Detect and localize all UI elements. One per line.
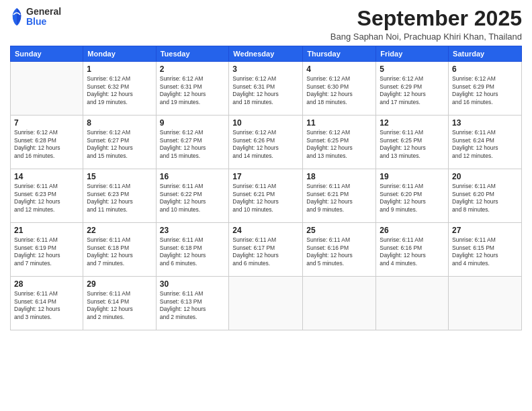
day-number: 18 — [306, 172, 372, 181]
logo-general: General — [26, 7, 61, 17]
day-number: 1 — [87, 64, 152, 74]
day-number: 17 — [232, 172, 299, 181]
day-info: Sunrise: 6:11 AMSunset: 6:17 PMDaylight:… — [232, 236, 299, 267]
day-number: 4 — [306, 64, 372, 74]
day-info: Sunrise: 6:12 AMSunset: 6:26 PMDaylight:… — [232, 129, 299, 160]
day-number: 19 — [380, 172, 445, 181]
day-number: 11 — [306, 118, 372, 128]
day-info: Sunrise: 6:11 AMSunset: 6:14 PMDaylight:… — [14, 290, 79, 321]
day-number: 23 — [160, 226, 226, 235]
col-tuesday: Tuesday — [156, 46, 229, 62]
calendar-cell: 9Sunrise: 6:12 AMSunset: 6:27 PMDaylight… — [156, 116, 229, 169]
logo-blue: Blue — [26, 17, 61, 27]
calendar-week-row-2: 7Sunrise: 6:12 AMSunset: 6:28 PMDaylight… — [11, 116, 522, 169]
day-number: 10 — [232, 118, 299, 128]
logo: General Blue — [10, 7, 61, 28]
calendar-week-row-5: 28Sunrise: 6:11 AMSunset: 6:14 PMDayligh… — [11, 277, 522, 330]
day-info: Sunrise: 6:11 AMSunset: 6:22 PMDaylight:… — [160, 183, 226, 214]
day-number: 15 — [87, 172, 152, 181]
day-info: Sunrise: 6:11 AMSunset: 6:21 PMDaylight:… — [232, 183, 299, 214]
day-number: 21 — [14, 226, 79, 235]
day-info: Sunrise: 6:11 AMSunset: 6:25 PMDaylight:… — [380, 129, 445, 160]
day-info: Sunrise: 6:11 AMSunset: 6:16 PMDaylight:… — [306, 236, 372, 267]
day-number: 24 — [232, 226, 299, 235]
day-number: 14 — [14, 172, 79, 181]
day-info: Sunrise: 6:11 AMSunset: 6:15 PMDaylight:… — [452, 236, 518, 267]
calendar-cell: 16Sunrise: 6:11 AMSunset: 6:22 PMDayligh… — [156, 169, 229, 223]
page: General Blue September 2025 Bang Saphan … — [0, 0, 532, 411]
logo-text: General Blue — [26, 7, 61, 28]
calendar-cell: 27Sunrise: 6:11 AMSunset: 6:15 PMDayligh… — [449, 223, 522, 277]
calendar-cell: 26Sunrise: 6:11 AMSunset: 6:16 PMDayligh… — [376, 223, 449, 277]
day-info: Sunrise: 6:12 AMSunset: 6:27 PMDaylight:… — [87, 129, 152, 160]
month-title: September 2025 — [330, 7, 522, 30]
day-number: 6 — [452, 64, 518, 74]
col-wednesday: Wednesday — [229, 46, 303, 62]
calendar-cell: 11Sunrise: 6:12 AMSunset: 6:25 PMDayligh… — [303, 116, 376, 169]
title-block: September 2025 Bang Saphan Noi, Prachuap… — [330, 7, 522, 42]
day-info: Sunrise: 6:12 AMSunset: 6:31 PMDaylight:… — [160, 75, 226, 106]
col-saturday: Saturday — [449, 46, 522, 62]
calendar-cell: 17Sunrise: 6:11 AMSunset: 6:21 PMDayligh… — [229, 169, 303, 223]
calendar-cell — [11, 62, 83, 116]
day-info: Sunrise: 6:12 AMSunset: 6:29 PMDaylight:… — [452, 75, 518, 106]
calendar-week-row-3: 14Sunrise: 6:11 AMSunset: 6:23 PMDayligh… — [11, 169, 522, 223]
day-info: Sunrise: 6:11 AMSunset: 6:20 PMDaylight:… — [380, 183, 445, 214]
day-number: 22 — [87, 226, 152, 235]
day-info: Sunrise: 6:11 AMSunset: 6:18 PMDaylight:… — [87, 236, 152, 267]
logo-icon — [10, 7, 24, 27]
calendar-cell: 29Sunrise: 6:11 AMSunset: 6:14 PMDayligh… — [83, 277, 156, 330]
calendar-cell: 25Sunrise: 6:11 AMSunset: 6:16 PMDayligh… — [303, 223, 376, 277]
day-number: 16 — [160, 172, 226, 181]
day-number: 2 — [160, 64, 226, 74]
day-number: 8 — [87, 118, 152, 128]
day-info: Sunrise: 6:11 AMSunset: 6:16 PMDaylight:… — [380, 236, 445, 267]
day-number: 3 — [232, 64, 299, 74]
day-number: 26 — [380, 226, 445, 235]
day-number: 25 — [306, 226, 372, 235]
col-friday: Friday — [376, 46, 449, 62]
calendar-cell: 5Sunrise: 6:12 AMSunset: 6:29 PMDaylight… — [376, 62, 449, 116]
header: General Blue September 2025 Bang Saphan … — [10, 7, 522, 42]
calendar-cell: 30Sunrise: 6:11 AMSunset: 6:13 PMDayligh… — [156, 277, 229, 330]
day-info: Sunrise: 6:12 AMSunset: 6:25 PMDaylight:… — [306, 129, 372, 160]
day-number: 12 — [380, 118, 445, 128]
day-info: Sunrise: 6:11 AMSunset: 6:21 PMDaylight:… — [306, 183, 372, 214]
day-number: 28 — [14, 279, 79, 289]
calendar-cell: 22Sunrise: 6:11 AMSunset: 6:18 PMDayligh… — [83, 223, 156, 277]
calendar-week-row-1: 1Sunrise: 6:12 AMSunset: 6:32 PMDaylight… — [11, 62, 522, 116]
day-number: 9 — [160, 118, 226, 128]
calendar-cell: 23Sunrise: 6:11 AMSunset: 6:18 PMDayligh… — [156, 223, 229, 277]
day-info: Sunrise: 6:12 AMSunset: 6:28 PMDaylight:… — [14, 129, 79, 160]
day-info: Sunrise: 6:11 AMSunset: 6:18 PMDaylight:… — [160, 236, 226, 267]
day-info: Sunrise: 6:12 AMSunset: 6:32 PMDaylight:… — [87, 75, 152, 106]
calendar-cell: 6Sunrise: 6:12 AMSunset: 6:29 PMDaylight… — [449, 62, 522, 116]
calendar-cell — [376, 277, 449, 330]
day-info: Sunrise: 6:11 AMSunset: 6:14 PMDaylight:… — [87, 290, 152, 321]
calendar-cell — [229, 277, 303, 330]
calendar-cell: 15Sunrise: 6:11 AMSunset: 6:23 PMDayligh… — [83, 169, 156, 223]
day-number: 13 — [452, 118, 518, 128]
day-info: Sunrise: 6:12 AMSunset: 6:27 PMDaylight:… — [160, 129, 226, 160]
calendar-cell: 2Sunrise: 6:12 AMSunset: 6:31 PMDaylight… — [156, 62, 229, 116]
calendar: Sunday Monday Tuesday Wednesday Thursday… — [10, 46, 522, 330]
day-number: 30 — [160, 279, 226, 289]
calendar-cell: 13Sunrise: 6:11 AMSunset: 6:24 PMDayligh… — [449, 116, 522, 169]
calendar-cell: 21Sunrise: 6:11 AMSunset: 6:19 PMDayligh… — [11, 223, 83, 277]
day-info: Sunrise: 6:11 AMSunset: 6:20 PMDaylight:… — [452, 183, 518, 214]
day-info: Sunrise: 6:12 AMSunset: 6:29 PMDaylight:… — [380, 75, 445, 106]
day-number: 20 — [452, 172, 518, 181]
day-number: 5 — [380, 64, 445, 74]
day-info: Sunrise: 6:11 AMSunset: 6:23 PMDaylight:… — [87, 183, 152, 214]
calendar-cell — [449, 277, 522, 330]
calendar-header-row: Sunday Monday Tuesday Wednesday Thursday… — [11, 46, 522, 62]
calendar-cell: 7Sunrise: 6:12 AMSunset: 6:28 PMDaylight… — [11, 116, 83, 169]
col-monday: Monday — [83, 46, 156, 62]
day-info: Sunrise: 6:12 AMSunset: 6:31 PMDaylight:… — [232, 75, 299, 106]
day-number: 7 — [14, 118, 79, 128]
calendar-cell: 19Sunrise: 6:11 AMSunset: 6:20 PMDayligh… — [376, 169, 449, 223]
day-info: Sunrise: 6:11 AMSunset: 6:23 PMDaylight:… — [14, 183, 79, 214]
calendar-cell: 10Sunrise: 6:12 AMSunset: 6:26 PMDayligh… — [229, 116, 303, 169]
location: Bang Saphan Noi, Prachuap Khiri Khan, Th… — [330, 32, 522, 42]
day-info: Sunrise: 6:11 AMSunset: 6:13 PMDaylight:… — [160, 290, 226, 321]
